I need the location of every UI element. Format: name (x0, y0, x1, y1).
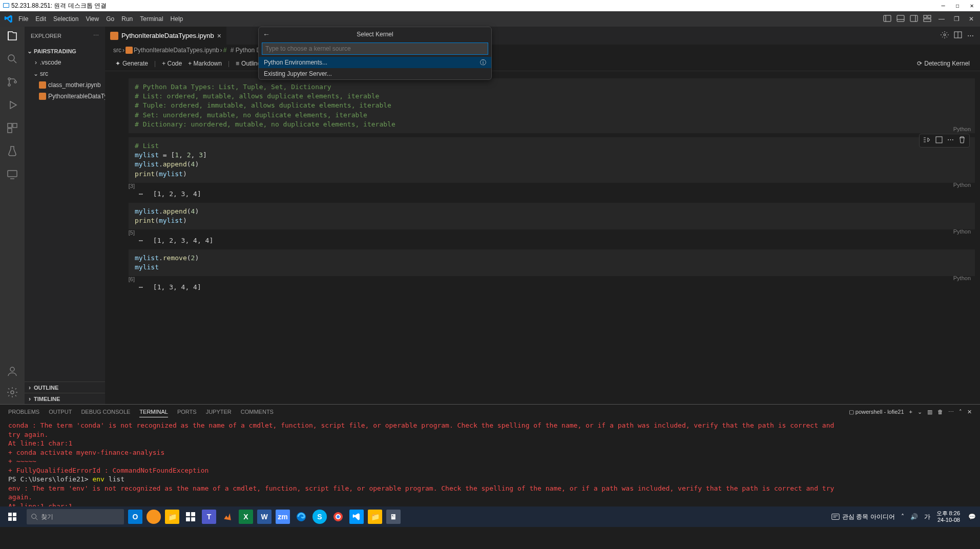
cell[interactable]: mylist.append(4) print(mylist)[5]Python⋯… (110, 203, 975, 244)
menu-edit[interactable]: Edit (35, 15, 46, 23)
app-excel[interactable]: X (239, 510, 253, 524)
cell-language[interactable]: Python (120, 228, 975, 235)
account-icon[interactable] (6, 365, 18, 379)
run-by-line-icon[interactable] (923, 136, 931, 145)
split-terminal-icon[interactable]: ▥ (927, 409, 932, 415)
layout-right-icon[interactable] (910, 14, 918, 24)
app-matlab[interactable] (220, 510, 235, 524)
menu-view[interactable]: View (86, 15, 99, 23)
app-word[interactable]: W (257, 510, 272, 524)
delete-cell-icon[interactable] (958, 136, 966, 145)
start-button[interactable] (0, 506, 25, 527)
testing-icon[interactable] (6, 145, 18, 159)
tray-ime-icon[interactable]: 가 (924, 513, 930, 521)
search-icon[interactable] (6, 53, 18, 67)
cell-code[interactable]: mylist.append(4) print(mylist) (129, 203, 975, 229)
kernel-item-jupyter-server[interactable]: Existing Jupyter Server... (259, 68, 491, 79)
run-debug-icon[interactable] (6, 99, 18, 113)
cell-code[interactable]: # List mylist = [1, 2, 3] mylist.append(… (129, 137, 975, 183)
panel-tab-output[interactable]: OUTPUT (49, 407, 72, 417)
os-maximize-button[interactable]: ☐ (951, 2, 964, 9)
app-chrome[interactable] (331, 510, 345, 524)
terminal-shell-label[interactable]: ▢ powershell - lofie21 (849, 409, 904, 415)
panel-tab-debug-console[interactable]: DEBUG CONSOLE (81, 407, 130, 417)
notebook-content[interactable]: ⋯ # Python Data Types: List, Tuple, Set,… (105, 71, 980, 404)
app-skype[interactable]: S (312, 510, 327, 524)
info-icon[interactable]: ⓘ (480, 58, 486, 67)
cell-code[interactable]: mylist.remove(2) mylist (129, 249, 975, 276)
panel-tab-jupyter[interactable]: JUPYTER (206, 407, 232, 417)
new-terminal-button[interactable]: + (909, 409, 912, 415)
cell-code[interactable]: # Python Data Types: List, Tuple, Set, D… (129, 78, 975, 133)
tab-settings-icon[interactable] (941, 31, 949, 40)
add-markdown-button[interactable]: + Markdown (186, 60, 224, 67)
window-close-button[interactable]: ✕ (967, 15, 976, 23)
taskbar-search[interactable]: 찾기 (27, 509, 124, 524)
cell-more-icon[interactable]: ⋯ (947, 136, 954, 145)
app-teams[interactable]: T (202, 510, 216, 524)
menu-help[interactable]: Help (171, 15, 183, 23)
explorer-icon[interactable] (6, 30, 18, 44)
kernel-item-python-env[interactable]: Python Environments... ⓘ (259, 57, 491, 68)
cell-language[interactable]: Python (120, 182, 975, 188)
close-panel-icon[interactable]: ✕ (967, 409, 972, 415)
menu-selection[interactable]: Selection (53, 15, 78, 23)
window-minimize-button[interactable]: — (936, 15, 947, 23)
tab-more-icon[interactable]: ⋯ (967, 32, 974, 39)
panel-tab-ports[interactable]: PORTS (177, 407, 197, 417)
cell-language[interactable]: Python (120, 275, 975, 281)
cell[interactable]: # Python Data Types: List, Tuple, Set, D… (110, 78, 975, 132)
maximize-panel-icon[interactable]: ˄ (959, 409, 962, 415)
execute-icon[interactable] (935, 136, 943, 145)
layout-custom-icon[interactable] (923, 14, 931, 24)
extensions-icon[interactable] (6, 122, 18, 136)
panel-tab-problems[interactable]: PROBLEMS (8, 407, 39, 417)
cell[interactable]: # List mylist = [1, 2, 3] mylist.append(… (110, 137, 975, 198)
breadcrumb[interactable]: src› PythonIterableDataTypes.ipynb› # # … (105, 45, 980, 56)
os-close-button[interactable]: ✕ (966, 2, 978, 9)
app-circle[interactable] (147, 510, 161, 524)
outline-section[interactable]: ›OUTLINE (25, 382, 105, 393)
terminal-dropdown-icon[interactable]: ⌄ (918, 409, 922, 415)
file-class-mother[interactable]: class_mother.ipynb (25, 79, 105, 91)
remote-icon[interactable] (6, 168, 18, 182)
terminal-body[interactable]: conda : The term 'conda' is not recogniz… (0, 419, 980, 506)
rdp-titlebar[interactable]: 52.231.88.251: 원격 데스크톱 연결 — ☐ ✕ (0, 0, 980, 11)
app-explorer[interactable]: 📁 (368, 510, 382, 524)
project-header[interactable]: ⌄ PAIRSTRADING (25, 46, 105, 57)
layout-left-icon[interactable] (883, 14, 891, 24)
kernel-search-input[interactable] (262, 43, 488, 55)
panel-tab-comments[interactable]: COMMENTS (241, 407, 274, 417)
source-control-icon[interactable] (6, 76, 18, 90)
split-editor-icon[interactable] (954, 31, 962, 40)
window-restore-button[interactable]: ❐ (952, 15, 962, 23)
panel-tab-terminal[interactable]: TERMINAL (139, 407, 168, 417)
app-vscode[interactable] (349, 510, 364, 524)
panel-more-icon[interactable]: ⋯ (948, 409, 954, 415)
kill-terminal-icon[interactable]: 🗑 (937, 409, 943, 415)
cell[interactable]: mylist.remove(2) mylist[6]Python⋯ [1, 3,… (110, 249, 975, 291)
kernel-status[interactable]: ⟳ Detecting Kernel (915, 60, 972, 67)
generate-button[interactable]: ✦ Generate (113, 60, 150, 67)
settings-icon[interactable] (6, 386, 18, 400)
app-yellow[interactable]: 📁 (165, 510, 179, 524)
menu-file[interactable]: File (18, 15, 28, 23)
sidebar-more-icon[interactable]: ⋯ (93, 32, 99, 39)
app-grey[interactable]: 🖥 (386, 510, 401, 524)
tab-close-button[interactable]: × (217, 32, 221, 40)
app-edge[interactable] (294, 510, 308, 524)
tray-news[interactable]: 관심 종목 아이디어 (831, 512, 895, 521)
tray-chevron-icon[interactable]: ˄ (901, 513, 904, 520)
kernel-back-button[interactable]: ← (263, 30, 270, 38)
folder-src[interactable]: ⌄ src (25, 68, 105, 79)
layout-bottom-icon[interactable] (896, 14, 905, 24)
timeline-section[interactable]: ›TIMELINE (25, 393, 105, 404)
tab-active[interactable]: PythonIterableDataTypes.ipynb × (105, 27, 227, 45)
add-code-button[interactable]: + Code (160, 60, 184, 67)
menu-go[interactable]: Go (106, 15, 114, 23)
os-minimize-button[interactable]: — (937, 2, 949, 9)
menu-run[interactable]: Run (121, 15, 133, 23)
app-store[interactable] (183, 510, 198, 524)
tray-volume-icon[interactable]: 🔊 (910, 513, 918, 520)
file-python-iterable[interactable]: PythonIterableDataTypes.ipy... (25, 91, 105, 102)
